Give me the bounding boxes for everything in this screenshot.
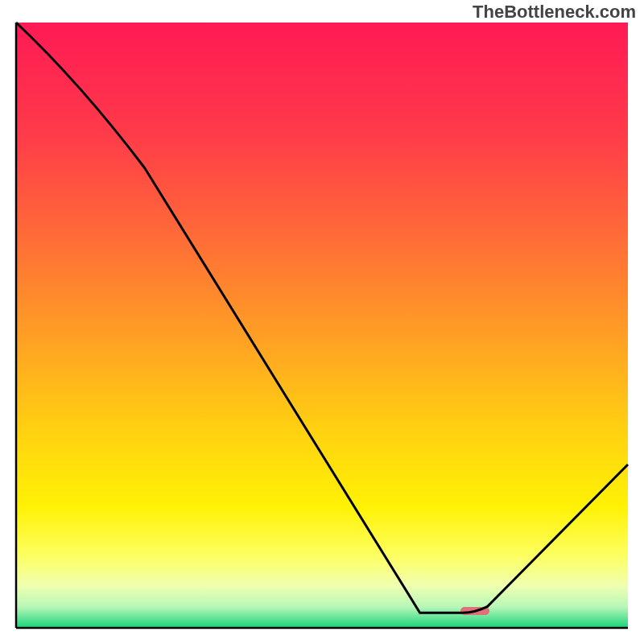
chart-svg	[0, 0, 644, 644]
bottleneck-chart: TheBottleneck.com	[0, 0, 644, 644]
attribution-label: TheBottleneck.com	[473, 2, 636, 23]
plot-background	[16, 23, 628, 628]
